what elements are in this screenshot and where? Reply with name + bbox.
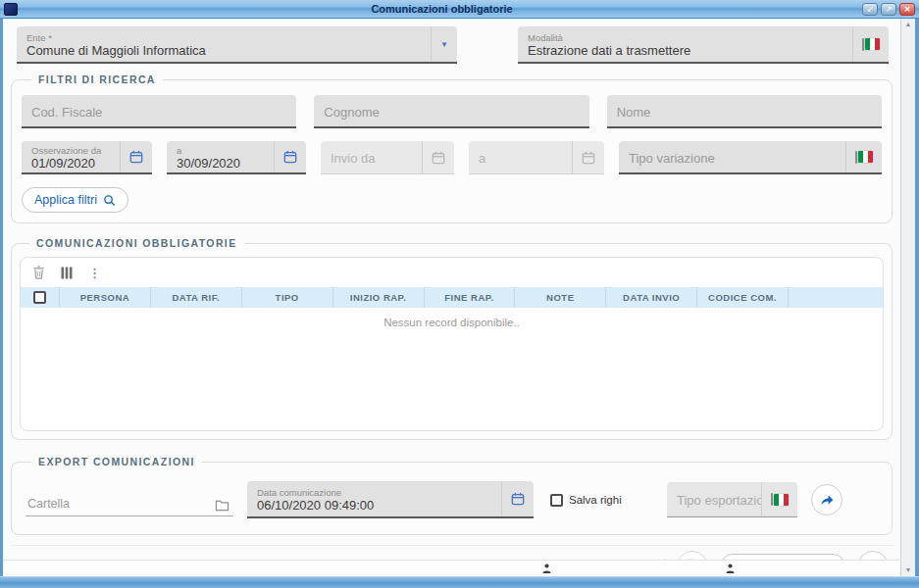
filters-legend: FILTRI DI RICERCA bbox=[31, 74, 163, 85]
calendar-icon bbox=[129, 150, 143, 164]
scroll-down-icon[interactable]: ▼ bbox=[905, 566, 912, 574]
select-all-checkbox[interactable] bbox=[33, 291, 46, 304]
delete-rows-button[interactable] bbox=[32, 266, 45, 279]
osservazione-da-datepicker[interactable]: Osservazione da 01/09/2020 bbox=[22, 141, 152, 174]
share-arrow-icon bbox=[819, 492, 835, 508]
modalita-label: Modalità bbox=[528, 32, 842, 43]
export-run-button[interactable] bbox=[811, 484, 842, 515]
app-window: Comunicazioni obbligatorie ↙ ↗ ✕ Ente * … bbox=[0, 0, 919, 588]
status-bar bbox=[3, 560, 900, 576]
tipo-variazione-flag-button[interactable] bbox=[845, 141, 882, 172]
grid-toolbar: ⋮ bbox=[21, 258, 883, 287]
footer-action-bar: ⋮ Sistemi Esterni bbox=[11, 545, 894, 560]
export-legend: EXPORT COMUNICAZIONI bbox=[31, 456, 202, 467]
window-controls: ↙ ↗ ✕ bbox=[862, 3, 915, 16]
comunicazioni-section: COMUNICAZIONI OBBLIGATORIE ⋮ bbox=[11, 237, 893, 440]
modalita-value: Estrazione dati a trasmettere bbox=[528, 43, 842, 58]
modalita-flag-button[interactable] bbox=[852, 26, 889, 62]
ente-label: Ente * bbox=[26, 32, 421, 43]
grid-header-row: PERSONA DATA RIF. TIPO INIZIO RAP. FINE … bbox=[21, 287, 883, 308]
scroll-up-icon[interactable]: ▲ bbox=[905, 21, 912, 28]
tipo-esportazione-placeholder: Tipo esportazione bbox=[677, 493, 751, 508]
close-icon: ✕ bbox=[904, 5, 911, 14]
filters-section: FILTRI DI RICERCA Cod. Fiscale Cognome N… bbox=[11, 74, 893, 223]
cognome-input[interactable]: Cognome bbox=[314, 95, 588, 128]
modalita-select[interactable]: Modalità Estrazione dati a trasmettere bbox=[518, 26, 889, 64]
tipo-variazione-select[interactable]: Tipo variazione bbox=[619, 141, 882, 174]
column-header-data-rif[interactable]: DATA RIF. bbox=[151, 287, 242, 308]
column-header-codice-com[interactable]: CODICE COM. bbox=[697, 287, 789, 308]
ente-value: Comune di Maggioli Informatica bbox=[26, 43, 421, 58]
tipo-esportazione-flag-button[interactable] bbox=[761, 482, 797, 516]
nome-input[interactable]: Nome bbox=[607, 95, 882, 128]
select-all-cell bbox=[21, 287, 60, 308]
data-comunicazione-label: Data comunicazione bbox=[257, 487, 491, 498]
cartella-placeholder: Cartella bbox=[27, 497, 70, 512]
applica-filtri-label: Applica filtri bbox=[34, 193, 97, 207]
ente-dropdown-button[interactable]: ▼ bbox=[431, 26, 457, 62]
export-section: EXPORT COMUNICAZIONI Cartella Data comun… bbox=[11, 456, 893, 535]
cod-fiscale-input[interactable]: Cod. Fiscale bbox=[22, 95, 296, 128]
osservazione-a-datepicker[interactable]: a 30/09/2020 bbox=[167, 141, 306, 174]
osservazione-da-value: 01/09/2020 bbox=[31, 156, 110, 171]
grid-more-button[interactable]: ⋮ bbox=[88, 267, 101, 279]
close-button[interactable]: ✕ bbox=[899, 3, 915, 16]
column-header-actions bbox=[789, 287, 883, 308]
column-header-data-invio[interactable]: DATA INVIO bbox=[606, 287, 697, 308]
column-header-note[interactable]: NOTE bbox=[515, 287, 606, 308]
invio-da-placeholder: Invio da bbox=[331, 151, 412, 166]
italy-flag-icon bbox=[855, 151, 873, 164]
column-header-inizio-rap[interactable]: INIZIO RAP. bbox=[333, 287, 425, 308]
grid-empty-message: Nessun record disponibile.. bbox=[21, 308, 883, 430]
data-comunicazione-datepicker[interactable]: Data comunicazione 06/10/2020 09:49:00 bbox=[247, 481, 534, 518]
comunicazioni-grid: ⋮ PERSONA DATA RIF. TIPO INIZIO RAP. FIN… bbox=[20, 257, 884, 431]
invio-a-datepicker: a bbox=[469, 141, 604, 174]
invio-a-calendar-button bbox=[572, 141, 604, 173]
cartella-input[interactable]: Cartella bbox=[26, 483, 233, 516]
app-icon bbox=[4, 3, 18, 16]
data-comunicazione-calendar-button[interactable] bbox=[501, 481, 534, 516]
tipo-variazione-placeholder: Tipo variazione bbox=[629, 151, 836, 166]
column-header-persona[interactable]: PERSONA bbox=[60, 287, 151, 308]
vertical-scrollbar[interactable]: ▲ ▼ bbox=[900, 19, 915, 576]
maximize-button[interactable]: ↗ bbox=[881, 3, 896, 16]
italy-flag-icon bbox=[771, 493, 789, 506]
calendar-icon bbox=[582, 151, 595, 165]
columns-icon bbox=[61, 267, 73, 279]
salva-righi-checkbox[interactable] bbox=[550, 494, 563, 507]
ente-select[interactable]: Ente * Comune di Maggioli Informatica ▼ bbox=[17, 26, 457, 64]
cognome-placeholder: Cognome bbox=[324, 105, 579, 120]
user-status-icon bbox=[542, 564, 551, 573]
column-header-fine-rap[interactable]: FINE RAP. bbox=[425, 287, 516, 308]
osservazione-a-calendar-button[interactable] bbox=[274, 141, 306, 172]
invio-a-placeholder: a bbox=[479, 151, 562, 166]
folder-icon[interactable] bbox=[215, 499, 230, 512]
data-comunicazione-value: 06/10/2020 09:49:00 bbox=[257, 498, 491, 513]
invio-da-calendar-button bbox=[422, 141, 454, 173]
salva-righi-toggle[interactable]: Salva righi bbox=[550, 494, 622, 507]
titlebar: Comunicazioni obbligatorie ↙ ↗ ✕ bbox=[0, 0, 919, 19]
column-header-tipo[interactable]: TIPO bbox=[242, 287, 333, 308]
nome-placeholder: Nome bbox=[617, 105, 872, 120]
window-title: Comunicazioni obbligatorie bbox=[22, 3, 862, 15]
restore-icon: ↙ bbox=[867, 5, 874, 14]
tipo-esportazione-select[interactable]: Tipo esportazione bbox=[667, 482, 797, 517]
italy-flag-icon bbox=[862, 38, 880, 51]
osservazione-a-label: a bbox=[177, 145, 264, 156]
save-button[interactable] bbox=[677, 551, 708, 561]
osservazione-a-value: 30/09/2020 bbox=[177, 156, 264, 171]
restore-button[interactable]: ↙ bbox=[862, 3, 878, 16]
calendar-icon bbox=[511, 492, 525, 506]
calendar-icon bbox=[432, 151, 445, 165]
osservazione-da-label: Osservazione da bbox=[31, 145, 110, 156]
applica-filtri-button[interactable]: Applica filtri bbox=[22, 187, 128, 213]
salva-righi-label: Salva righi bbox=[569, 494, 622, 506]
chevron-down-icon: ▼ bbox=[440, 40, 448, 49]
osservazione-da-calendar-button[interactable] bbox=[120, 141, 152, 172]
edit-button[interactable] bbox=[857, 551, 889, 561]
trash-icon bbox=[32, 266, 45, 279]
maximize-icon: ↗ bbox=[886, 5, 893, 14]
window-bottom-border bbox=[0, 576, 919, 588]
search-icon bbox=[103, 194, 116, 207]
columns-button[interactable] bbox=[61, 267, 73, 279]
